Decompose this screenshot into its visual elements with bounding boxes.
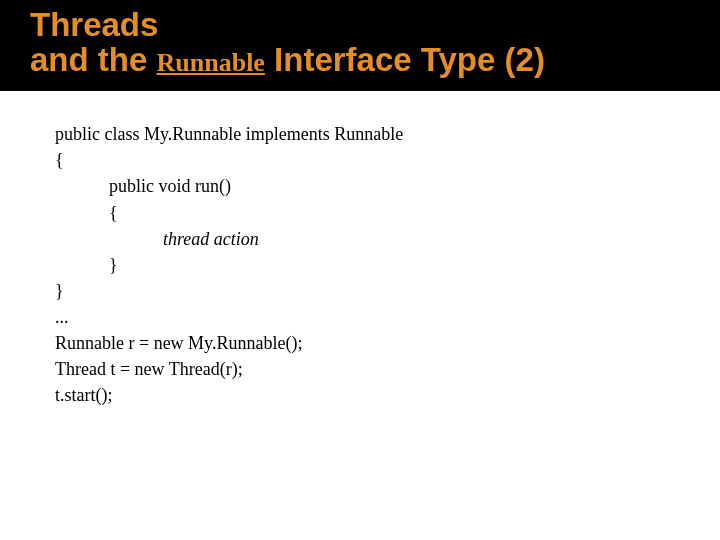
title-line-1: Threads (30, 8, 720, 43)
slide-header: Threads and the Runnable Interface Type … (0, 0, 720, 91)
code-placeholder: thread action (163, 229, 259, 249)
runnable-keyword: Runnable (157, 48, 265, 77)
code-line: { (55, 200, 720, 226)
code-line: thread action (55, 226, 720, 252)
code-line: } (55, 252, 720, 278)
code-line: { (55, 147, 720, 173)
code-line: t.start(); (55, 382, 720, 408)
code-line: Runnable r = new My.Runnable(); (55, 330, 720, 356)
code-line: public class My.Runnable implements Runn… (55, 121, 720, 147)
code-line: Thread t = new Thread(r); (55, 356, 720, 382)
code-line: ... (55, 304, 720, 330)
code-indent (55, 229, 163, 249)
code-line: public void run() (55, 173, 720, 199)
slide: Threads and the Runnable Interface Type … (0, 0, 720, 540)
title-line-2: and the Runnable Interface Type (2) (30, 43, 720, 78)
title-text-before: and the (30, 41, 157, 78)
slide-body: public class My.Runnable implements Runn… (0, 91, 720, 408)
code-line: } (55, 278, 720, 304)
title-text-after: Interface Type (2) (265, 41, 545, 78)
